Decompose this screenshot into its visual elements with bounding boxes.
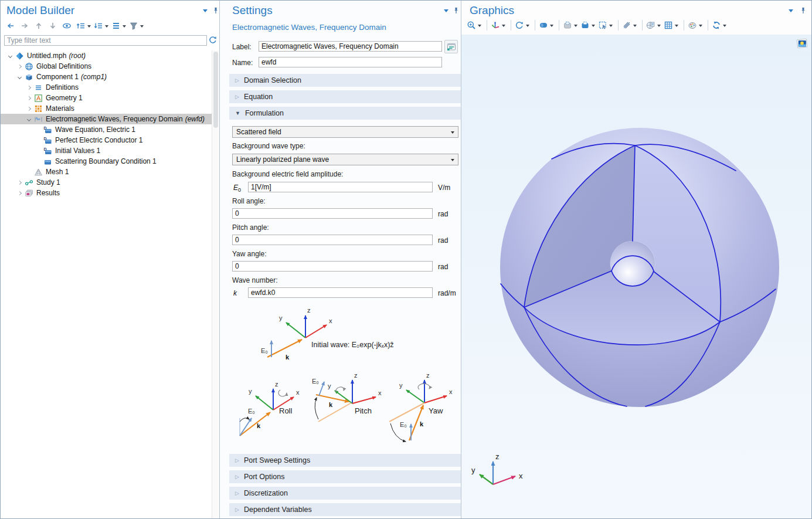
dropdown-caret-icon[interactable] bbox=[140, 25, 144, 28]
tree-item-component-1[interactable]: Component 1(comp1) bbox=[1, 72, 212, 82]
dropdown-caret-icon[interactable] bbox=[502, 25, 505, 27]
dropdown-caret-icon[interactable] bbox=[478, 25, 481, 27]
pin-icon[interactable] bbox=[452, 6, 460, 15]
section-port-options[interactable]: ▷Port Options bbox=[229, 470, 461, 483]
svg-text:x: x bbox=[449, 388, 453, 395]
filter-funnel-button[interactable] bbox=[128, 21, 139, 31]
dropdown-caret-icon[interactable] bbox=[699, 25, 702, 27]
tree-expander-icon[interactable] bbox=[27, 117, 31, 121]
print-button[interactable] bbox=[562, 20, 573, 30]
background-wave-type-select[interactable]: Linearly polarized plane wave bbox=[232, 154, 458, 165]
tree-item-tag: (comp1) bbox=[81, 73, 107, 81]
tree-item-label: Materials bbox=[46, 104, 74, 113]
view-projection-button[interactable] bbox=[538, 20, 549, 30]
tree-item-initial-values-1[interactable]: DInitial Values 1 bbox=[1, 145, 212, 156]
tree-expander-icon[interactable] bbox=[27, 96, 31, 100]
wave-number-unit: rad/m bbox=[438, 289, 456, 297]
name-input[interactable] bbox=[259, 57, 442, 67]
name-caption: Name: bbox=[232, 59, 253, 67]
dropdown-caret-icon[interactable] bbox=[574, 25, 577, 27]
tree-item-mesh-1[interactable]: Mesh 1 bbox=[1, 167, 212, 177]
back-arrow-button[interactable] bbox=[5, 21, 16, 31]
scrollbar[interactable] bbox=[212, 50, 219, 518]
graphics-canvas[interactable]: z y x bbox=[461, 35, 812, 518]
tree-item-label: Wave Equation, Electric 1 bbox=[55, 125, 135, 134]
dropdown-caret-icon[interactable] bbox=[723, 25, 726, 27]
pin-icon[interactable] bbox=[799, 6, 807, 15]
tree-item-results[interactable]: Results bbox=[1, 188, 212, 198]
formulation-select[interactable]: Scattered field bbox=[232, 126, 458, 138]
color-theme-button[interactable] bbox=[687, 20, 698, 30]
yaw-angle-input[interactable] bbox=[232, 261, 433, 272]
up-arrow-button[interactable] bbox=[33, 21, 44, 31]
toolbar-separator bbox=[535, 20, 535, 30]
tree-expander-icon[interactable] bbox=[27, 85, 31, 89]
wave-number-input[interactable] bbox=[248, 287, 433, 298]
dropdown-caret-icon[interactable] bbox=[592, 25, 595, 27]
panel-menu-caret-icon[interactable] bbox=[203, 9, 208, 12]
image-snapshot-button[interactable] bbox=[580, 20, 590, 30]
section-dependent-variables[interactable]: ▷Dependent Variables bbox=[229, 503, 461, 516]
move-down-list-button[interactable] bbox=[93, 21, 104, 31]
tree-item-scattering-boundary-condition-1[interactable]: Scattering Boundary Condition 1 bbox=[1, 156, 212, 167]
roll-angle-input[interactable] bbox=[232, 208, 433, 219]
dropdown-caret-icon[interactable] bbox=[105, 25, 108, 28]
transparency-button[interactable] bbox=[621, 20, 632, 30]
section-formulation[interactable]: ▼ Formulation bbox=[229, 107, 461, 120]
filter-input[interactable] bbox=[4, 35, 207, 46]
show-eye-button[interactable] bbox=[62, 21, 72, 31]
tree-item-wave-equation-electric-1[interactable]: DWave Equation, Electric 1 bbox=[1, 124, 212, 135]
tree-item-study-1[interactable]: Study 1 bbox=[1, 177, 212, 188]
refresh-icon[interactable] bbox=[208, 35, 219, 46]
tree-expander-icon[interactable] bbox=[18, 64, 22, 68]
tree-item-definitions[interactable]: Definitions bbox=[1, 82, 212, 93]
section-domain-selection[interactable]: ▷Domain Selection bbox=[229, 74, 461, 87]
amplitude-input[interactable] bbox=[248, 182, 433, 192]
scene-light-button[interactable] bbox=[645, 20, 656, 30]
tree-expander-icon[interactable] bbox=[8, 53, 12, 57]
tree-expander-icon[interactable] bbox=[18, 74, 22, 79]
dropdown-caret-icon[interactable] bbox=[526, 25, 529, 27]
tree-item-materials[interactable]: Materials bbox=[1, 103, 212, 114]
go-to-view-button[interactable] bbox=[490, 20, 501, 30]
update-scene-button[interactable] bbox=[711, 20, 722, 30]
dropdown-caret-icon[interactable] bbox=[123, 25, 126, 28]
rename-icon[interactable] bbox=[444, 40, 458, 53]
tree-item-global-definitions[interactable]: Global Definitions bbox=[1, 61, 212, 72]
roll-label: Roll bbox=[279, 406, 293, 415]
forward-arrow-button[interactable] bbox=[19, 21, 30, 31]
select-box-button[interactable] bbox=[597, 20, 608, 30]
mesh-icon bbox=[34, 168, 43, 177]
tree-item-electromagnetic-waves-frequency-domain[interactable]: Electromagnetic Waves, Frequency Domain(… bbox=[1, 114, 212, 124]
tree-item-geometry-1[interactable]: Geometry 1 bbox=[1, 93, 212, 103]
dropdown-caret-icon[interactable] bbox=[87, 25, 91, 28]
move-up-list-button[interactable] bbox=[76, 21, 86, 31]
rotate-camera-button[interactable] bbox=[514, 20, 525, 30]
dropdown-caret-icon[interactable] bbox=[675, 25, 678, 27]
tree-item-untitled-mph[interactable]: Untitled.mph(root) bbox=[1, 50, 212, 61]
tree-node-text-button[interactable] bbox=[111, 21, 121, 31]
tree-item-perfect-electric-conductor-1[interactable]: DPerfect Electric Conductor 1 bbox=[1, 135, 212, 145]
zoom-button[interactable] bbox=[466, 20, 477, 30]
pin-icon[interactable] bbox=[212, 6, 220, 15]
dropdown-caret-icon[interactable] bbox=[550, 25, 553, 27]
svg-text:z: z bbox=[307, 307, 311, 314]
sphere-geometry[interactable] bbox=[461, 35, 812, 519]
down-arrow-button[interactable] bbox=[47, 21, 58, 31]
label-input[interactable] bbox=[259, 41, 442, 52]
pitch-angle-input[interactable] bbox=[232, 235, 433, 245]
grid-button[interactable] bbox=[663, 20, 674, 30]
section-discretization[interactable]: ▷Discretization bbox=[229, 487, 461, 500]
scrollbar-thumb[interactable] bbox=[213, 52, 218, 128]
section-equation[interactable]: ▷Equation bbox=[229, 90, 461, 103]
tree-expander-icon[interactable] bbox=[18, 180, 22, 184]
dropdown-caret-icon[interactable] bbox=[633, 25, 637, 27]
dropdown-caret-icon[interactable] bbox=[657, 25, 661, 27]
tree-expander-icon[interactable] bbox=[27, 106, 31, 110]
tree-expander-icon[interactable] bbox=[18, 191, 22, 195]
section-label: Domain Selection bbox=[244, 76, 301, 84]
panel-menu-caret-icon[interactable] bbox=[789, 9, 793, 12]
panel-menu-caret-icon[interactable] bbox=[444, 9, 449, 12]
section-port-sweep-settings[interactable]: ▷Port Sweep Settings bbox=[229, 454, 461, 467]
dropdown-caret-icon[interactable] bbox=[609, 25, 613, 27]
